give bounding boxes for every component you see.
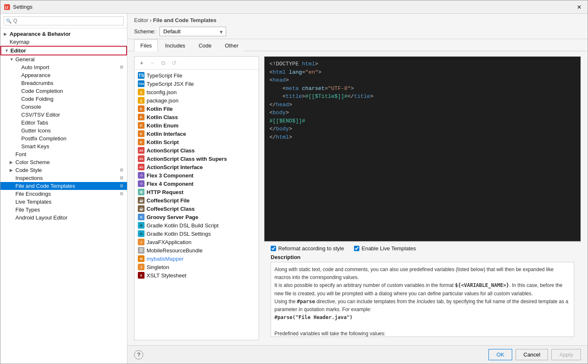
sidebar-item-live-templates[interactable]: Live Templates [0,198,127,206]
add-button[interactable]: + [137,58,146,67]
sidebar-item-file-and-code-templates[interactable]: File and Code Templates ⚙ [0,182,127,190]
list-item[interactable]: K Kotlin Class [135,113,259,121]
live-templates-checkbox[interactable] [354,246,359,251]
sidebar-item-auto-import[interactable]: Auto Import ⚙ [0,63,127,71]
file-name: tsconfig.json [147,89,177,95]
sidebar-item-label: CSV/TSV Editor [21,112,124,118]
file-name: ActionScript Class [147,147,195,154]
sidebar-item-postfix-completion[interactable]: Postfix Completion [0,135,127,142]
file-name: ActionScript Interface [147,164,203,170]
java-icon: J [138,264,145,270]
list-item[interactable]: M mybatisMapper [135,254,259,263]
main-panel: Editor › File and Code Templates Scheme:… [127,14,588,364]
remove-button[interactable]: − [148,58,157,67]
scheme-row: Scheme: Default [134,27,581,36]
sidebar-item-code-style[interactable]: ▶ Code Style ⚙ [0,166,127,174]
file-name: HTTP Request [147,189,184,195]
sidebar-item-keymap[interactable]: Keymap [0,38,127,46]
list-item[interactable]: ☕ CoffeeScript Class [135,204,259,213]
list-item[interactable]: J JavaFXApplication [135,238,259,246]
list-item[interactable]: G Gradle Kotlin DSL Settings [135,229,259,238]
list-item[interactable]: K Kotlin Enum [135,121,259,130]
sidebar-item-font[interactable]: Font [0,150,127,158]
close-button[interactable]: ✕ [574,2,584,12]
sidebar-item-label: Color Scheme [15,159,124,165]
arrow-icon: ▶ [10,160,15,165]
file-name: Gradle Kotlin DSL Build Script [147,222,219,229]
tab-files[interactable]: Files [134,40,158,51]
sidebar-item-label: Appearance & Behavior [10,31,124,37]
file-name: Flex 3 Component [147,172,194,179]
sidebar-item-breadcrumbs[interactable]: Breadcrumbs [0,79,127,87]
list-item[interactable]: K Kotlin Script [135,138,259,146]
scheme-select[interactable]: Default [159,27,226,36]
sidebar-item-label: Auto Import [21,64,120,70]
settings-window: IJ Settings ✕ 🔍 ▶ Appearance & Behavior [0,0,588,364]
cancel-button[interactable]: Cancel [516,349,548,360]
list-item[interactable]: X XSLT Stylesheet [135,271,259,279]
code-editor[interactable]: <!DOCTYPE html> <html lang="en"> <head> … [264,57,581,241]
list-item[interactable]: K Kotlin File [135,105,259,113]
reformat-checkbox[interactable] [271,246,276,251]
apply-button[interactable]: Apply [551,349,581,360]
list-item[interactable]: AS ActionScript Class [135,146,259,155]
sidebar-item-inspections[interactable]: Inspections ⚙ [0,174,127,182]
sidebar-item-general[interactable]: ▼ General [0,55,127,63]
help-button[interactable]: ? [134,350,143,359]
sidebar-item-android-layout-editor[interactable]: Android Layout Editor [0,214,127,222]
sidebar-item-code-completion[interactable]: Code Completion [0,87,127,95]
tab-code[interactable]: Code [192,40,218,51]
sidebar-item-editor-tabs[interactable]: Editor Tabs [0,119,127,127]
search-input[interactable] [4,16,124,25]
sidebar-item-file-encodings[interactable]: File Encodings ⚙ [0,190,127,198]
sidebar-item-file-types[interactable]: File Types [0,206,127,214]
reformat-checkbox-label[interactable]: Reformat according to style [271,245,344,252]
list-item[interactable]: {} tsconfig.json [135,88,259,96]
tab-other[interactable]: Other [219,40,245,51]
as-icon: AS [138,164,145,170]
editor-footer: Reformat according to style Enable Live … [264,242,581,340]
sidebar-item-csv-tsv-editor[interactable]: CSV/TSV Editor [0,111,127,119]
reset-button[interactable]: ↺ [169,58,179,67]
file-name: Gradle Kotlin DSL Settings [147,231,211,237]
settings-icon: ⚙ [120,65,124,70]
list-item[interactable]: AS ActionScript Class with Supers [135,155,259,163]
list-item[interactable]: ◇ Flex 3 Component [135,171,259,180]
list-item[interactable]: G Gradle Kotlin DSL Build Script [135,221,259,229]
sidebar-item-appearance[interactable]: Appearance [0,71,127,79]
sidebar: 🔍 ▶ Appearance & Behavior Keymap ▼ [0,14,127,364]
list-item[interactable]: ☕ CoffeeScript File [135,196,259,204]
sidebar-tree: ▶ Appearance & Behavior Keymap ▼ Editor … [0,28,127,364]
list-item[interactable]: ☰ MobileResourceBundle [135,246,259,254]
tab-includes[interactable]: Includes [159,40,191,51]
sidebar-item-code-folding[interactable]: Code Folding [0,95,127,103]
cs-icon: ◇ [138,172,145,179]
breadcrumb: Editor › File and Code Templates [134,17,581,23]
list-item[interactable]: TSX TypeScript JSX File [135,80,259,88]
list-item[interactable]: {} package.json [135,96,259,105]
sidebar-item-appearance-behavior[interactable]: ▶ Appearance & Behavior [0,30,127,38]
copy-button[interactable]: ⧉ [159,58,168,67]
cs-icon: ◇ [138,180,145,187]
list-item[interactable]: AS ActionScript Interface [135,163,259,171]
java-icon: J [138,239,145,245]
arrow-icon: ▶ [4,32,10,36]
list-item[interactable]: TS TypeScript File [135,71,259,80]
file-name: JavaFXApplication [147,239,192,245]
list-item[interactable]: ◇ Flex 4 Component [135,180,259,188]
list-item[interactable]: G Groovy Server Page [135,213,259,221]
sidebar-item-smart-keys[interactable]: Smart Keys [0,142,127,150]
list-item[interactable]: J Singleton [135,263,259,271]
sidebar-item-console[interactable]: Console [0,103,127,111]
sidebar-item-color-scheme[interactable]: ▶ Color Scheme [0,158,127,166]
live-templates-checkbox-label[interactable]: Enable Live Templates [354,245,416,252]
list-item[interactable]: K Kotlin Interface [135,130,259,138]
sidebar-item-editor[interactable]: ▼ Editor [0,46,127,55]
file-name: ActionScript Class with Supers [147,156,227,162]
description-label: Description [271,254,574,260]
sidebar-item-gutter-icons[interactable]: Gutter Icons [0,127,127,135]
list-item[interactable]: ⊞ HTTP Request [135,188,259,196]
gradle-icon: G [138,230,145,237]
ok-button[interactable]: OK [488,349,512,360]
file-list-panel: + − ⧉ ↺ TS TypeScript File TSX TypeScrip… [134,56,259,340]
